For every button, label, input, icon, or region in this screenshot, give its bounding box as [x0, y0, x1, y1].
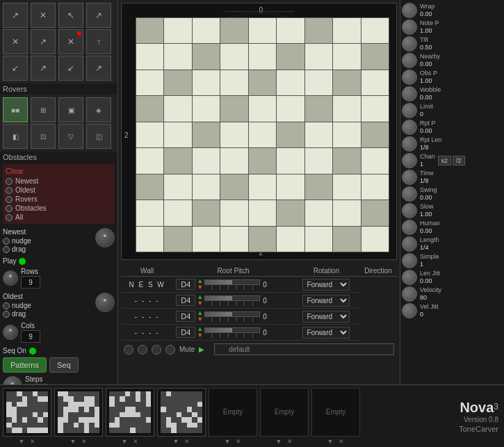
cols-input[interactable] [21, 330, 40, 343]
grid-cell[interactable] [248, 96, 276, 122]
grid-cell[interactable] [304, 122, 332, 147]
grid-cell[interactable] [361, 44, 389, 70]
radio-newest[interactable] [6, 178, 13, 185]
simple-knob[interactable] [402, 253, 417, 268]
grid-cell[interactable] [333, 200, 361, 226]
pitch-dn[interactable]: ▼ [197, 316, 203, 323]
swing-knob[interactable] [402, 186, 417, 202]
grid-cell[interactable] [220, 96, 248, 122]
grid-cell[interactable] [248, 18, 276, 44]
grid-cell[interactable] [333, 96, 361, 122]
grid-cell[interactable] [248, 200, 276, 226]
rpt-p-knob[interactable] [402, 120, 417, 135]
rover-cell[interactable]: ↗ [31, 56, 56, 81]
radio-oldest[interactable] [6, 187, 13, 194]
grid-cell[interactable] [192, 174, 220, 200]
grid-cell[interactable] [361, 70, 389, 95]
grid-cell[interactable] [164, 18, 192, 44]
grid-cell[interactable] [136, 226, 164, 252]
grid-cell[interactable] [277, 18, 304, 44]
grid-cell[interactable] [192, 70, 220, 95]
radio-rovers[interactable] [6, 196, 13, 203]
pat4-x-icon[interactable]: ✕ [184, 438, 190, 445]
grid-cell[interactable] [248, 226, 276, 252]
empty-slot-3[interactable]: Empty [311, 388, 360, 437]
time-knob[interactable] [402, 170, 417, 185]
radio-all[interactable] [6, 214, 13, 221]
direction-select[interactable]: ForwardBackwardRandom [302, 295, 350, 307]
direction-select[interactable]: ForwardBackwardRandom [302, 279, 350, 291]
grid-cell[interactable] [164, 96, 192, 122]
grid-cell[interactable] [220, 18, 248, 44]
nudge-oldest-radio[interactable] [3, 302, 10, 309]
grid-cell[interactable] [192, 18, 220, 44]
grid-cell[interactable] [277, 44, 304, 70]
clear-oldest[interactable]: Oldest [6, 186, 112, 194]
rover-cell[interactable]: ↗ [31, 29, 56, 54]
grid-cell[interactable] [277, 122, 304, 147]
pitch-dn[interactable]: ▼ [197, 284, 203, 291]
slow-knob[interactable] [402, 203, 417, 218]
cols-knob[interactable] [3, 325, 18, 340]
grid-cell[interactable] [136, 96, 164, 122]
grid-cell[interactable] [304, 70, 332, 95]
grid-cell[interactable] [361, 18, 389, 44]
radio-obstacles[interactable] [6, 205, 13, 212]
grid-cell[interactable] [192, 148, 220, 174]
grid-cell[interactable] [136, 148, 164, 174]
grid-cell[interactable] [304, 96, 332, 122]
grid-cell[interactable] [333, 122, 361, 147]
mute-circle-2[interactable] [138, 345, 147, 355]
grid-cell[interactable] [333, 226, 361, 252]
mute-circle-3[interactable] [152, 345, 161, 355]
direction-select[interactable]: ForwardBackwardRandom [302, 311, 350, 323]
pattern-slot-3[interactable] [106, 388, 154, 437]
grid-cell[interactable] [220, 226, 248, 252]
limit-knob[interactable] [402, 103, 417, 118]
x2-button[interactable]: x2 [438, 156, 452, 165]
empty2-x-icon[interactable]: ✕ [287, 438, 293, 445]
grid-cell[interactable] [248, 174, 276, 200]
grid-cell[interactable] [220, 44, 248, 70]
grid-cell[interactable] [333, 44, 361, 70]
pitch-dn[interactable]: ▼ [197, 332, 203, 339]
empty3-x-icon[interactable]: ✕ [339, 438, 344, 445]
grid-cell[interactable] [333, 70, 361, 95]
wrap-knob[interactable] [402, 3, 417, 18]
grid-cell[interactable] [304, 200, 332, 226]
note-p-knob[interactable] [402, 19, 417, 35]
grid-area[interactable]: 0 2 2 [121, 3, 397, 260]
grid-cell[interactable] [220, 200, 248, 226]
grid-cell[interactable] [333, 18, 361, 44]
grid-cell[interactable] [277, 70, 304, 95]
chan-knob[interactable] [402, 153, 417, 168]
grid-cell[interactable] [164, 226, 192, 252]
grid-cell[interactable] [136, 18, 164, 44]
obstacle-cell[interactable]: ⊡ [31, 124, 56, 149]
pattern-slot-2[interactable] [54, 388, 103, 437]
obstacle-cell[interactable]: ⊞ [31, 97, 56, 122]
pat4-down-icon[interactable]: ▼ [173, 438, 179, 445]
patterns-button[interactable]: Patterns [3, 357, 47, 373]
grid-cell[interactable] [277, 174, 304, 200]
rover-cell[interactable]: ✕ [31, 3, 56, 28]
human-knob[interactable] [402, 220, 417, 235]
grid-cell[interactable] [361, 174, 389, 200]
pitch-dn[interactable]: ▼ [197, 300, 203, 307]
grid-cell[interactable] [136, 44, 164, 70]
rover-cell[interactable]: ↙ [58, 56, 83, 81]
grid-cell[interactable] [304, 44, 332, 70]
grid-cell[interactable] [248, 70, 276, 95]
grid-cell[interactable] [333, 174, 361, 200]
rows-knob[interactable] [3, 270, 18, 286]
grid-cell[interactable] [304, 148, 332, 174]
grid-cell[interactable] [248, 122, 276, 147]
velocity-knob[interactable] [402, 286, 417, 302]
obstacle-cell[interactable]: ■■ [3, 97, 28, 122]
pat1-down-icon[interactable]: ▼ [19, 438, 25, 445]
pat1-x-icon[interactable]: ✕ [30, 438, 35, 445]
newest-knob[interactable] [95, 228, 115, 247]
rover-cell[interactable]: ↗ [3, 3, 28, 28]
grid-cell[interactable] [333, 148, 361, 174]
rover-cell[interactable]: ↖ [58, 3, 83, 28]
